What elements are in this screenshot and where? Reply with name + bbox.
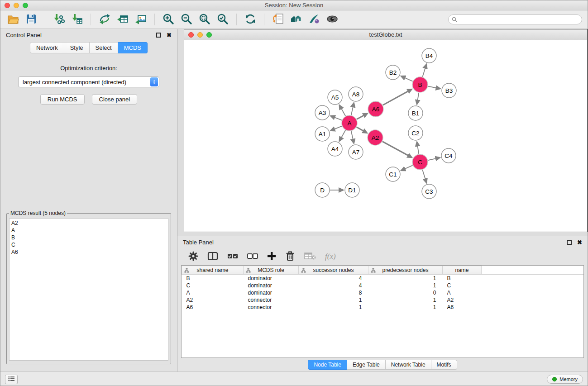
table-cell[interactable]: B <box>443 275 482 282</box>
network-edge-C-C3[interactable] <box>422 170 426 183</box>
network-node-D1[interactable]: D1 <box>345 183 359 197</box>
table-cell[interactable]: dominator <box>244 275 299 282</box>
overview-list-button[interactable] <box>5 375 18 384</box>
column-header-mcds-role[interactable]: MCDS role <box>244 266 299 275</box>
network-edge-A-A7[interactable] <box>351 131 354 143</box>
network-edge-A-A8[interactable] <box>351 103 354 115</box>
zoom-fit-button[interactable] <box>215 12 231 27</box>
network-edge-B-B2[interactable] <box>401 76 412 81</box>
network-window-titlebar[interactable]: testGlobe.txt <box>184 29 587 40</box>
table-cell[interactable]: A6 <box>443 304 482 311</box>
minimize-network-window-button[interactable] <box>197 32 203 38</box>
table-row[interactable]: Adominator80A <box>182 289 584 296</box>
mcds-result-item[interactable]: B <box>11 234 166 241</box>
table-cell[interactable]: 1 <box>368 282 443 289</box>
network-canvas[interactable]: B4B2BB3A5A8A6A3B1AC2A1A2A4A7C4CC1C3DD1 <box>184 40 587 232</box>
table-cell[interactable]: dominator <box>244 282 299 289</box>
node-table-container[interactable]: shared name MCDS role successor nodes pr… <box>181 265 584 358</box>
close-table-panel-button[interactable]: ✖ <box>577 239 582 245</box>
table-cell[interactable]: A2 <box>443 296 482 304</box>
table-cell[interactable]: A6 <box>182 304 244 311</box>
network-node-C2[interactable]: C2 <box>408 126 423 140</box>
style-wand-button[interactable] <box>306 12 322 27</box>
table-cell[interactable]: C <box>182 282 244 289</box>
close-panel-button[interactable]: Close panel <box>92 94 138 105</box>
table-cell[interactable]: A <box>182 289 244 296</box>
mcds-result-list[interactable]: A2ABCA6 <box>9 218 168 361</box>
float-panel-button[interactable] <box>156 33 161 38</box>
tab-network[interactable]: Network <box>30 42 64 53</box>
table-row[interactable]: A6connector11A6 <box>182 304 584 311</box>
network-node-B[interactable]: B <box>412 77 428 92</box>
table-cell[interactable]: connector <box>244 304 299 311</box>
network-node-A2[interactable]: A2 <box>368 130 383 145</box>
memory-button[interactable]: Memory <box>547 375 583 384</box>
network-edge-C-C4[interactable] <box>428 157 440 160</box>
zoom-selected-button[interactable] <box>196 12 213 27</box>
network-node-A8[interactable]: A8 <box>349 87 363 101</box>
network-node-C3[interactable]: C3 <box>422 184 436 199</box>
zoom-window-button[interactable] <box>23 3 28 8</box>
import-table-button[interactable] <box>69 12 85 27</box>
mcds-result-item[interactable]: C <box>11 241 166 248</box>
table-cell[interactable]: 4 <box>299 275 368 282</box>
zoom-out-button[interactable] <box>178 12 195 27</box>
network-node-A4[interactable]: A4 <box>328 142 342 156</box>
table-cell[interactable]: B <box>182 275 244 282</box>
table-cell[interactable]: 4 <box>299 282 368 289</box>
search-input[interactable] <box>448 14 582 24</box>
mcds-result-item[interactable]: A6 <box>11 248 166 256</box>
float-table-panel-button[interactable] <box>567 240 572 245</box>
network-node-C1[interactable]: C1 <box>386 167 400 181</box>
table-cell[interactable]: 8 <box>299 289 368 296</box>
delete-column-button[interactable] <box>285 251 295 262</box>
network-graph[interactable]: B4B2BB3A5A8A6A3B1AC2A1A2A4A7C4CC1C3DD1 <box>184 40 587 232</box>
network-edge-C-C1[interactable] <box>401 165 412 170</box>
network-node-D[interactable]: D <box>315 183 330 197</box>
column-header-predecessor-nodes[interactable]: predecessor nodes <box>368 266 443 275</box>
table-cell[interactable]: 1 <box>368 304 443 311</box>
network-node-A6[interactable]: A6 <box>368 101 383 117</box>
table-settings-button[interactable] <box>188 251 198 262</box>
network-node-B2[interactable]: B2 <box>386 65 400 80</box>
table-cell[interactable]: C <box>443 282 482 289</box>
network-edge-A-A4[interactable] <box>339 130 345 141</box>
table-cell[interactable]: dominator <box>244 289 299 296</box>
tab-network-table[interactable]: Network Table <box>386 360 431 370</box>
network-edge-A-A2[interactable] <box>357 127 367 133</box>
zoom-in-button[interactable] <box>160 12 177 27</box>
table-cell[interactable]: 1 <box>299 296 368 304</box>
delete-table-button[interactable] <box>304 251 316 262</box>
column-header-successor-nodes[interactable]: successor nodes <box>299 266 368 275</box>
network-edge-A-A3[interactable] <box>331 116 342 120</box>
tab-motifs[interactable]: Motifs <box>431 360 457 370</box>
column-visibility-button[interactable] <box>207 251 218 262</box>
table-cell[interactable]: 1 <box>368 275 443 282</box>
column-header-name[interactable]: name <box>443 266 482 275</box>
table-row[interactable]: A2connector11A2 <box>182 296 584 304</box>
network-edge-A-A1[interactable] <box>331 126 342 131</box>
tab-select[interactable]: Select <box>90 42 118 53</box>
column-header-shared-name[interactable]: shared name <box>182 266 244 275</box>
network-edge-A-A6[interactable] <box>357 114 368 119</box>
toggle-details-button[interactable] <box>324 12 340 27</box>
network-edge-A-A5[interactable] <box>339 105 345 116</box>
network-node-C[interactable]: C <box>412 154 428 170</box>
network-node-B1[interactable]: B1 <box>408 106 423 120</box>
network-node-A1[interactable]: A1 <box>315 127 330 141</box>
create-column-button[interactable] <box>267 251 276 262</box>
zoom-network-window-button[interactable] <box>206 32 212 38</box>
export-image-button[interactable] <box>133 12 149 27</box>
network-node-A7[interactable]: A7 <box>349 145 363 159</box>
refresh-view-button[interactable] <box>242 12 258 27</box>
network-edge-C-C2[interactable] <box>417 142 419 154</box>
tab-edge-table[interactable]: Edge Table <box>347 360 386 370</box>
network-node-B3[interactable]: B3 <box>442 83 456 98</box>
export-table-button[interactable] <box>115 12 131 27</box>
export-network-button[interactable] <box>96 12 113 27</box>
close-window-button[interactable] <box>5 3 10 8</box>
mcds-result-item[interactable]: A2 <box>11 219 166 227</box>
table-cell[interactable]: A <box>443 289 482 296</box>
tab-mcds[interactable]: MCDS <box>118 42 148 53</box>
table-cell[interactable]: A2 <box>182 296 244 304</box>
